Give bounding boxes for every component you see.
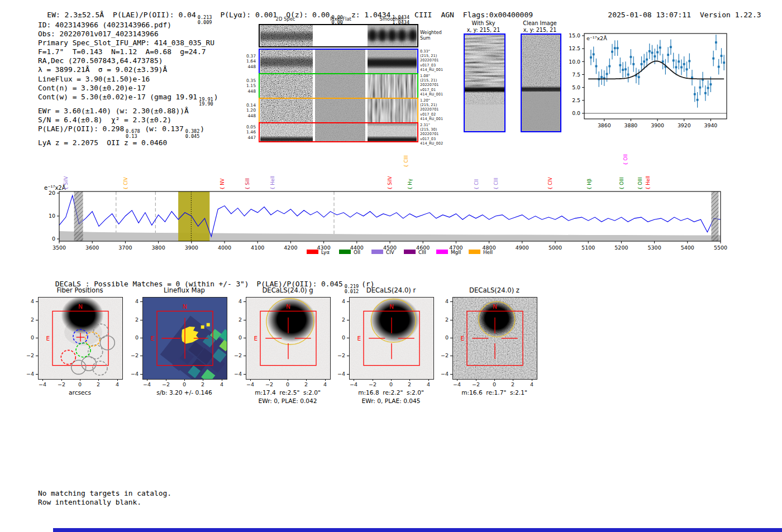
cutout-xtick: 4 <box>214 381 229 387</box>
cutout-xtick: 0 <box>487 381 502 387</box>
cutout-ytick: −2 <box>437 352 449 358</box>
cutout-ytick: 2 <box>333 317 345 323</box>
cutout-ytick: −2 <box>230 352 242 358</box>
cutout-image-lineflux: NE <box>142 297 227 380</box>
cutout-xtick: −2 <box>365 381 380 387</box>
cutout-xtick: 2 <box>196 381 210 387</box>
cutout-caption-1: s/b: 3.20 +/- 0.146 <box>128 389 240 396</box>
cutout-caption-2: EWr: 0, PLAE: 0.042 <box>232 397 344 404</box>
compass-east-label: E <box>357 335 361 342</box>
cutout-ytick: −2 <box>127 352 139 358</box>
cutout-xtick: 2 <box>506 381 520 387</box>
cutout-image-decals_g: NE <box>246 297 331 380</box>
cutout-xtick: 4 <box>318 381 332 387</box>
cutout-xlabel: arcsecs <box>24 389 136 396</box>
compass-north-label: N <box>78 303 83 310</box>
cutout-ytick: −4 <box>437 371 449 377</box>
cutout-title: Fiber Positions <box>27 286 133 294</box>
cutout-ytick: 2 <box>437 317 449 323</box>
cutout-xtick: 0 <box>280 381 295 387</box>
compass-east-label: E <box>150 335 154 342</box>
cutout-ytick: 2 <box>230 317 242 323</box>
compass-east-label: E <box>254 335 258 342</box>
cutout-xtick: −4 <box>346 381 361 387</box>
compass-north-label: N <box>389 303 394 310</box>
cutout-caption-1: m:16.6 re:1.7" s:2.1" <box>438 389 550 396</box>
cutout-ytick: −4 <box>333 371 345 377</box>
cutout-ytick: 0 <box>230 334 242 341</box>
cutout-ytick: 4 <box>230 298 242 304</box>
elixer-report-page: EW: 2.3±52.5ÅP(LAE)/P(OII): 0.040.2130.0… <box>0 0 782 532</box>
compass-east-label: E <box>46 335 50 342</box>
cutout-xtick: −2 <box>54 381 69 387</box>
cutout-xtick: −4 <box>450 381 464 387</box>
cutout-xtick: 4 <box>110 381 125 387</box>
cutout-ytick: 0 <box>127 334 139 341</box>
cutout-xtick: 0 <box>177 381 192 387</box>
next-row-divider <box>53 528 782 532</box>
compass-east-label: E <box>460 335 464 342</box>
source-blob <box>370 298 419 342</box>
cutout-ytick: −4 <box>127 371 139 377</box>
cutout-title: DECaLS(24.0) r <box>338 286 444 294</box>
cutout-xtick: −4 <box>35 381 50 387</box>
cutout-ytick: 4 <box>22 298 34 304</box>
cutout-xtick: −4 <box>243 381 258 387</box>
cutout-xtick: 2 <box>402 381 417 387</box>
footer-note-1: No matching targets in catalog. <box>38 489 171 499</box>
cutout-title: Lineflux Map <box>131 286 237 294</box>
cutout-ytick: 0 <box>333 334 345 341</box>
footer-note-2: Row intentionally blank. <box>38 498 141 507</box>
cutout-row: Fiber Positions−4−4−2−2002244arcsecs NEL… <box>0 0 782 532</box>
cutout-image-decals_r: NE <box>349 297 434 380</box>
cutout-title: DECaLS(24.0) g <box>235 286 341 294</box>
cutout-xtick: −2 <box>469 381 483 387</box>
cutout-xtick: 2 <box>299 381 313 387</box>
cutout-xtick: 0 <box>384 381 398 387</box>
cutout-ytick: −4 <box>22 371 34 377</box>
cutout-ytick: 0 <box>437 334 449 341</box>
cutout-ytick: 2 <box>22 317 34 323</box>
cutout-ytick: 0 <box>22 334 34 341</box>
cutout-xtick: 2 <box>91 381 106 387</box>
cutout-caption-2: EWr: 0, PLAE: 0.045 <box>335 397 447 404</box>
cutout-ytick: 4 <box>437 298 449 304</box>
cutout-xtick: 0 <box>73 381 87 387</box>
cutout-caption-1: m:16.8 re:2.2" s:2.0" <box>335 389 447 396</box>
compass-north-label: N <box>286 303 290 310</box>
cutout-ytick: 2 <box>127 317 139 323</box>
compass-north-label: N <box>183 303 187 310</box>
cutout-ytick: 4 <box>333 298 345 304</box>
cutout-ytick: −2 <box>22 352 34 358</box>
cutout-ytick: −4 <box>230 371 242 377</box>
cutout-image-fiber: NE <box>38 297 123 380</box>
cutout-xtick: 4 <box>524 381 539 387</box>
cutout-ytick: 4 <box>127 298 139 304</box>
compass-north-label: N <box>493 303 497 310</box>
cutout-xtick: −2 <box>262 381 276 387</box>
cutout-xtick: −4 <box>140 381 154 387</box>
cutout-xtick: −2 <box>159 381 173 387</box>
cutout-ytick: −2 <box>333 352 345 358</box>
cutout-image-decals_z: NE <box>452 297 537 380</box>
cutout-title: DECaLS(24.0) z <box>441 286 547 294</box>
cutout-caption-1: m:17.4 re:2.5" s:2.0" <box>232 389 344 396</box>
cutout-xtick: 4 <box>421 381 436 387</box>
